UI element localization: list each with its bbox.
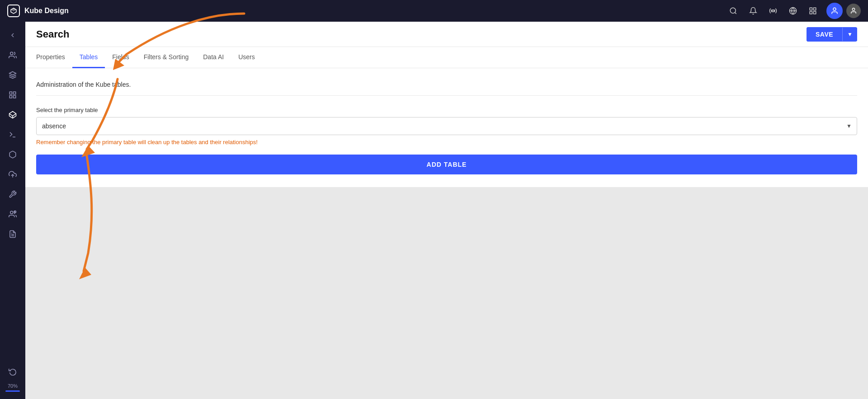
save-chevron-button[interactable]: ▼ [842,28,857,41]
search-icon[interactable] [725,3,741,19]
primary-table-select-wrapper: absence users orders products ▼ [36,117,857,135]
page-body: Administration of the Kube tables. Selec… [25,68,868,399]
svg-rect-7 [810,8,812,10]
svg-marker-14 [9,72,16,75]
svg-point-2 [730,8,736,13]
top-navigation: Kube Design [0,0,868,22]
sidebar-item-box[interactable] [4,146,22,164]
svg-rect-18 [14,96,16,98]
logo-icon [7,5,20,17]
save-button[interactable]: SAVE [807,27,842,42]
user-blue-icon[interactable] [826,3,843,19]
sidebar-item-layers[interactable] [4,66,22,84]
tab-users[interactable]: Users [231,47,262,68]
tabs-bar: Properties Tables Fields Filters & Sorti… [25,47,868,68]
sidebar-item-upload[interactable] [4,165,22,183]
page-header: Search SAVE ▼ [25,22,868,47]
zoom-bar [5,390,20,392]
sidebar-item-people[interactable] [4,46,22,64]
sidebar-item-cube[interactable] [4,106,22,124]
globe-icon[interactable] [785,3,801,19]
save-button-group: SAVE ▼ [807,27,857,42]
bell-icon[interactable] [745,3,761,19]
svg-rect-17 [9,96,12,98]
sidebar-item-users-settings[interactable] [4,205,22,223]
sidebar: 70% [0,22,25,399]
app-name: Kube Design [24,7,69,15]
primary-table-label: Select the primary table [36,107,857,113]
settings-advanced-icon[interactable] [765,3,781,19]
tab-data-ai[interactable]: Data AI [196,47,231,68]
sidebar-bottom: 70% [0,361,25,395]
svg-line-3 [735,12,736,14]
sidebar-item-tools[interactable] [4,185,22,203]
tab-tables[interactable]: Tables [72,47,105,68]
app-logo[interactable]: Kube Design [7,5,69,17]
svg-rect-16 [14,92,16,94]
svg-rect-8 [814,8,816,10]
sidebar-collapse[interactable] [4,26,22,44]
svg-rect-10 [814,12,816,14]
tables-section: Administration of the Kube tables. Selec… [25,68,868,187]
svg-point-23 [10,211,13,214]
zoom-level: 70% [8,383,18,389]
svg-marker-1 [11,8,16,11]
svg-point-4 [772,10,774,12]
page-title: Search [36,28,807,40]
sidebar-item-undo[interactable] [4,362,22,380]
topnav-icons [725,3,861,19]
main-layout: 70% Search SAVE ▼ Properties Tables Fiel… [0,22,868,399]
warning-message: Remember changing the primary table will… [36,139,857,146]
primary-table-select[interactable]: absence users orders products [36,117,857,135]
grid-icon[interactable] [805,3,821,19]
svg-rect-9 [810,12,812,14]
user-avatar[interactable] [846,4,861,18]
sidebar-item-terminal[interactable] [4,126,22,144]
sidebar-item-grid[interactable] [4,86,22,104]
svg-point-12 [852,8,854,10]
svg-point-11 [833,8,836,10]
tab-filters-sorting[interactable]: Filters & Sorting [137,47,196,68]
add-table-button[interactable]: ADD TABLE [36,155,857,174]
svg-point-13 [10,52,13,55]
svg-rect-15 [9,92,12,94]
tab-fields[interactable]: Fields [105,47,136,68]
content-area: Search SAVE ▼ Properties Tables Fields F… [25,22,868,399]
section-description: Administration of the Kube tables. [36,81,857,96]
sidebar-item-notes[interactable] [4,225,22,243]
tab-properties[interactable]: Properties [36,47,72,68]
